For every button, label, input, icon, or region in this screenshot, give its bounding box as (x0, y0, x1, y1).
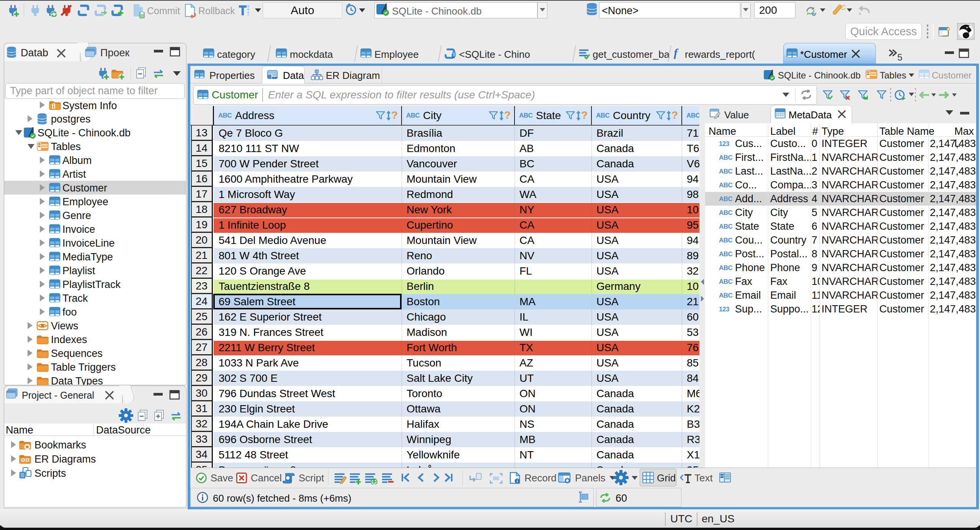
svg-text:f: f (674, 47, 679, 59)
svg-text:5: 5 (897, 52, 902, 62)
